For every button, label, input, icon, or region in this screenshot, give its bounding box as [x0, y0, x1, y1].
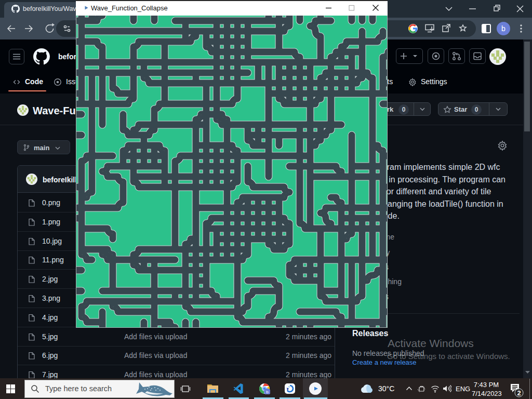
svg-text:b: b [501, 24, 506, 33]
svg-text:2: 2 [517, 389, 521, 397]
svg-text:b: b [266, 390, 269, 394]
